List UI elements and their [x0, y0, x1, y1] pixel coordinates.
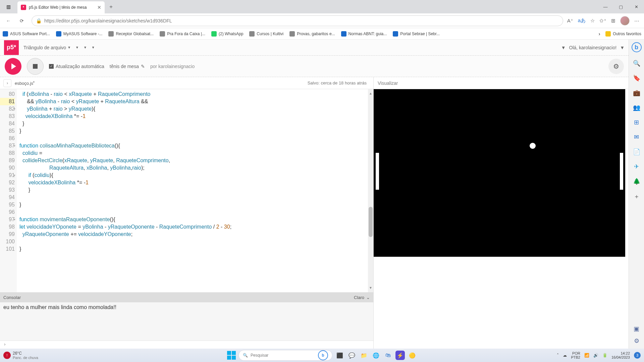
notifications-badge[interactable]: 3 — [634, 352, 641, 359]
code-editor[interactable]: 8081828384858687888990919293949596979899… — [0, 89, 373, 292]
vertical-scrollbar[interactable]: ▲▼ — [368, 89, 373, 292]
console-input[interactable]: › — [0, 341, 373, 349]
url-input[interactable]: 🔒 https://editor.p5js.org/karolainesigna… — [32, 15, 563, 26]
close-tab-icon[interactable]: ✕ — [97, 5, 101, 10]
bookmark-item[interactable]: Provas, gabaritos e... — [289, 31, 335, 37]
file-menu[interactable]: Triângulo de arquivo ▼ — [23, 45, 71, 50]
explorer-icon[interactable]: 📁 — [359, 351, 369, 360]
clock[interactable]: 14:2216/04/2023 — [611, 351, 630, 359]
bing-icon[interactable]: b — [632, 42, 642, 52]
tray-overflow-icon[interactable]: ˄ — [557, 353, 559, 358]
app-icon[interactable]: ⚡ — [395, 351, 405, 360]
maximize-button[interactable]: ▢ — [613, 0, 629, 13]
bookmark-icon — [289, 31, 295, 37]
code-text[interactable]: if (xBolinha - raio < xRaquete + Raquete… — [17, 89, 368, 292]
filename-label[interactable]: esboço.js• — [15, 80, 35, 86]
collections-icon[interactable]: ⊞ — [611, 18, 615, 24]
sidebar-settings-icon[interactable]: ⚙ — [634, 337, 639, 345]
profile-avatar[interactable] — [620, 16, 630, 25]
stop-button[interactable] — [27, 58, 44, 75]
bookmark-icon — [211, 31, 217, 37]
language-indicator[interactable]: PORPTB2 — [571, 351, 580, 359]
browser-tab[interactable]: * p5.js Editor Web | tênis de mesa ✕ — [17, 1, 105, 13]
windows-taskbar: ! 26°C Panc. de chuva 🔍 Pesquisar b ⬛ 💬 … — [0, 349, 644, 362]
line-gutter: 8081828384858687888990919293949596979899… — [0, 89, 17, 292]
back-button[interactable]: ← — [3, 15, 14, 26]
console-output: eu tenho a mulher mais linda como momola… — [0, 302, 373, 341]
p5-logo[interactable]: p5* — [4, 40, 19, 55]
weather-widget[interactable]: ! 26°C Panc. de chuva — [3, 351, 38, 360]
sidebar-toggle-button[interactable]: › — [3, 79, 11, 87]
play-button[interactable] — [5, 58, 21, 75]
bookmark-item[interactable]: (2) WhatsApp — [211, 31, 243, 37]
bookmark-item[interactable]: Normas ABNT: guia... — [341, 31, 387, 37]
language-dropdown[interactable]: ▼ — [561, 45, 566, 50]
right-paddle — [620, 153, 623, 190]
games-icon[interactable]: 👥 — [633, 104, 640, 111]
translate-icon[interactable]: aあ — [578, 17, 586, 24]
console-theme-toggle[interactable]: Claro — [354, 295, 364, 300]
send-icon[interactable]: ✈ — [634, 163, 639, 170]
edge-icon[interactable]: 🌐 — [371, 351, 381, 360]
reading-mode-icon[interactable]: A⁺ — [567, 18, 573, 24]
bookmark-icon — [108, 31, 114, 37]
auto-update-toggle[interactable]: ✓ Atualização automática — [49, 64, 104, 69]
sketch-name[interactable]: tênis de mesa ✎ — [110, 64, 145, 69]
bookmark-item[interactable]: Pra Fora da Caixa |... — [160, 31, 205, 37]
url-text: https://editor.p5js.org/karolainesignaci… — [44, 18, 172, 23]
byline: por karolainesignacio — [150, 64, 195, 69]
bookmarks-bar: ASUS Software Port...MyASUS Software -..… — [0, 28, 644, 40]
tree-icon[interactable]: 🌲 — [633, 178, 640, 185]
refresh-button[interactable]: ⟳ — [16, 15, 28, 26]
add-sidebar-icon[interactable]: ＋ — [634, 192, 640, 200]
search-icon: 🔍 — [243, 353, 248, 358]
bookmark-icon — [393, 31, 398, 37]
edit-icon[interactable]: ✎ — [141, 64, 145, 69]
sidebar-hide-icon[interactable]: ▣ — [634, 325, 639, 333]
settings-button[interactable]: ⚙ — [608, 59, 624, 74]
outlook-icon[interactable]: ✉ — [634, 133, 639, 141]
menu-dropdown-2[interactable]: ▼ — [75, 46, 79, 49]
favorite-icon[interactable]: ☆ — [590, 18, 595, 24]
bookmarks-overflow-icon[interactable]: › — [599, 31, 600, 37]
bookmark-item[interactable]: MyASUS Software -... — [56, 31, 103, 37]
chevron-down-icon[interactable]: ⌄ — [366, 295, 370, 300]
volume-icon[interactable]: 🔊 — [593, 353, 598, 358]
add-favorite-icon[interactable]: ✩⁺ — [599, 18, 606, 24]
p5-toolbar: ✓ Atualização automática tênis de mesa ✎… — [0, 56, 629, 77]
close-window-button[interactable]: ✕ — [629, 0, 644, 13]
task-view-icon[interactable]: ⬛ — [335, 351, 344, 360]
more-menu-icon[interactable]: ⋯ — [634, 18, 639, 24]
chat-icon[interactable]: 💬 — [347, 351, 357, 360]
store-icon[interactable]: 🛍 — [383, 351, 393, 360]
new-tab-button[interactable]: ＋ — [106, 2, 116, 12]
battery-icon[interactable]: 🔋 — [602, 353, 607, 358]
taskbar-search[interactable]: 🔍 Pesquisar b — [238, 350, 332, 361]
chrome-icon[interactable]: 🟡 — [408, 351, 417, 360]
tab-title: p5.js Editor Web | tênis de mesa — [29, 5, 95, 10]
bookmark-item[interactable]: Receptor Globalsat... — [108, 31, 154, 37]
bookmark-icon — [56, 31, 61, 37]
tools-icon[interactable]: 💼 — [633, 89, 640, 97]
start-button[interactable] — [227, 351, 236, 360]
bookmark-item[interactable]: Portal Sebrae | Sebr... — [393, 31, 440, 37]
tab-actions-button[interactable]: ▥ — [0, 0, 17, 13]
search-icon[interactable]: 🔍 — [633, 60, 640, 67]
onedrive-icon[interactable]: ☁ — [563, 353, 567, 358]
greeting-text: Olá, karolainesignacio! — [569, 45, 617, 50]
bookmark-item[interactable]: Cursos | Kultivi — [249, 31, 283, 37]
drop-icon[interactable]: 📄 — [633, 148, 640, 156]
sketch-canvas[interactable] — [374, 89, 625, 257]
minimize-button[interactable]: ― — [598, 0, 613, 13]
other-bookmarks[interactable]: Outros favoritos — [605, 31, 641, 37]
folder-icon — [605, 31, 611, 37]
menu-dropdown-4[interactable]: ▼ — [92, 46, 95, 49]
bookmark-icon — [3, 31, 8, 37]
bookmark-item[interactable]: ASUS Software Port... — [3, 31, 50, 37]
menu-dropdown-3[interactable]: ▼ — [84, 46, 87, 49]
shopping-icon[interactable]: 🔖 — [633, 74, 640, 82]
ball — [530, 143, 536, 149]
office-icon[interactable]: ⊞ — [634, 119, 639, 126]
wifi-icon[interactable]: 📶 — [584, 353, 589, 358]
account-dropdown[interactable]: ▼ — [620, 45, 625, 50]
